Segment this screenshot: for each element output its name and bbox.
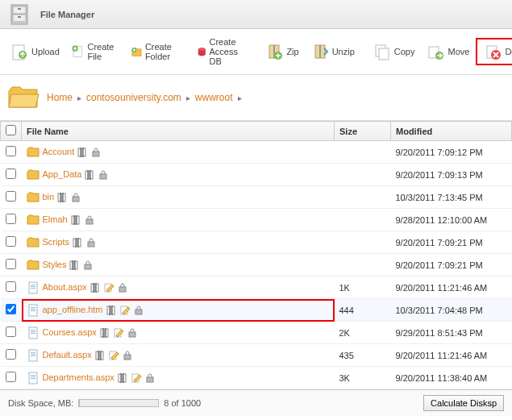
rename-icon[interactable] (70, 214, 81, 226)
rename-icon[interactable] (56, 192, 68, 203)
column-header-name[interactable]: File Name (22, 122, 335, 141)
table-row[interactable]: App_Data9/20/2011 7:09:13 PM (1, 164, 512, 186)
delete-highlight: Delete (476, 38, 512, 65)
svg-rect-59 (31, 331, 35, 332)
file-link[interactable]: app_offline.htm (43, 304, 103, 314)
calculate-diskspace-button[interactable]: Calculate Disksp (423, 395, 504, 411)
svg-rect-40 (85, 264, 91, 269)
folder-link[interactable]: Scripts (43, 236, 70, 246)
table-row[interactable]: bin10/3/2011 7:13:45 PM (1, 186, 512, 209)
table-row[interactable]: Courses.aspx2K9/29/2011 8:51:43 PM (1, 322, 512, 344)
folder-link[interactable]: bin (43, 191, 55, 201)
file-size (335, 254, 391, 277)
row-checkbox[interactable] (6, 146, 16, 156)
row-checkbox[interactable] (6, 372, 16, 382)
rename-icon[interactable] (106, 305, 117, 316)
row-checkbox[interactable] (6, 168, 16, 179)
folder-link[interactable]: App_Data (43, 168, 82, 178)
folder-link[interactable]: Elmah (43, 214, 68, 223)
file-size: 3K (335, 367, 391, 389)
lock-icon[interactable] (84, 214, 95, 226)
row-checkbox[interactable] (6, 259, 16, 269)
table-row[interactable]: About.aspx1K9/20/2011 11:21:46 AM (1, 277, 512, 299)
edit-icon[interactable] (113, 327, 124, 339)
lock-icon[interactable] (82, 260, 94, 271)
lock-icon[interactable] (133, 305, 144, 316)
folder-icon (27, 168, 40, 181)
file-icon (27, 326, 40, 339)
table-row[interactable]: app_offline.htm44410/3/2011 7:04:48 PM (1, 299, 512, 322)
edit-icon[interactable] (131, 372, 142, 384)
row-checkbox[interactable] (6, 281, 16, 292)
chevron-right-icon: ▸ (186, 94, 190, 102)
delete-button[interactable]: Delete (478, 40, 512, 63)
folder-open-icon (6, 83, 40, 112)
file-size (335, 186, 391, 209)
breadcrumb: Home ▸ contosouniversity.com ▸ wwwroot ▸ (0, 75, 512, 121)
file-cabinet-icon (8, 3, 34, 26)
file-link[interactable]: Default.aspx (43, 349, 92, 359)
unzip-button[interactable]: Unzip (306, 40, 360, 63)
table-row[interactable]: Default.aspx4359/20/2011 11:21:46 AM (1, 344, 512, 367)
create-folder-button[interactable]: Create Folder (126, 40, 184, 63)
lock-icon[interactable] (117, 282, 128, 293)
file-modified: 9/20/2011 7:09:21 PM (391, 254, 512, 277)
lock-icon[interactable] (98, 169, 109, 181)
row-checkbox[interactable] (6, 326, 16, 337)
lock-icon[interactable] (70, 192, 81, 203)
lock-icon[interactable] (127, 327, 138, 339)
rename-icon[interactable] (69, 260, 80, 271)
create-file-button[interactable]: Create File (66, 40, 124, 63)
file-icon (27, 281, 40, 294)
create-access-db-button[interactable]: Create Access DB (192, 35, 252, 68)
column-header-modified[interactable]: Modified (391, 122, 512, 141)
table-row[interactable]: Account9/20/2011 7:09:12 PM (1, 141, 512, 164)
row-checkbox[interactable] (6, 236, 16, 247)
unzip-label: Unzip (332, 47, 355, 56)
file-size (335, 141, 391, 164)
toolbar: Upload Create File Create Folder Create … (0, 29, 512, 75)
lock-icon[interactable] (144, 372, 156, 384)
svg-point-11 (198, 48, 205, 50)
edit-icon[interactable] (108, 350, 119, 361)
row-checkbox[interactable] (6, 304, 16, 314)
breadcrumb-site[interactable]: contosouniversity.com (86, 92, 181, 103)
column-header-size[interactable]: Size (335, 122, 391, 141)
svg-rect-68 (31, 356, 35, 356)
lock-icon[interactable] (122, 350, 133, 361)
edit-icon[interactable] (103, 282, 114, 293)
row-checkbox[interactable] (6, 349, 16, 360)
copy-button[interactable]: Copy (368, 40, 420, 63)
table-row[interactable]: Styles9/20/2011 7:09:21 PM (1, 254, 512, 277)
table-row[interactable]: Elmah9/28/2011 12:10:00 AM (1, 209, 512, 231)
breadcrumb-folder[interactable]: wwwroot (195, 92, 233, 103)
rename-icon[interactable] (89, 282, 101, 293)
create-file-icon (71, 42, 85, 61)
lock-icon[interactable] (85, 237, 97, 248)
breadcrumb-home[interactable]: Home (47, 92, 73, 103)
select-all-checkbox[interactable] (6, 125, 16, 135)
file-link[interactable]: Courses.aspx (43, 326, 97, 336)
file-link[interactable]: Departments.aspx (43, 372, 114, 381)
folder-link[interactable]: Account (43, 146, 75, 156)
svg-rect-58 (31, 330, 35, 331)
row-checkbox[interactable] (6, 214, 16, 224)
rename-icon[interactable] (72, 237, 83, 248)
rename-icon[interactable] (94, 350, 106, 361)
rename-icon[interactable] (117, 372, 128, 384)
rename-icon[interactable] (77, 147, 88, 158)
lock-icon[interactable] (90, 147, 102, 158)
rename-icon[interactable] (99, 327, 110, 339)
file-link[interactable]: About.aspx (43, 281, 87, 291)
rename-icon[interactable] (84, 169, 95, 181)
zip-button[interactable]: Zip (260, 40, 303, 63)
upload-button[interactable]: Upload (5, 40, 65, 63)
move-button[interactable]: Move (421, 40, 474, 63)
table-row[interactable]: Departments.aspx3K9/20/2011 11:38:40 AM (1, 367, 512, 389)
edit-icon[interactable] (119, 305, 131, 316)
create-file-label: Create File (87, 42, 119, 61)
folder-link[interactable]: Styles (43, 259, 67, 268)
table-row[interactable]: Scripts9/20/2011 7:09:21 PM (1, 231, 512, 254)
select-all-header[interactable] (1, 122, 22, 141)
row-checkbox[interactable] (6, 191, 16, 202)
